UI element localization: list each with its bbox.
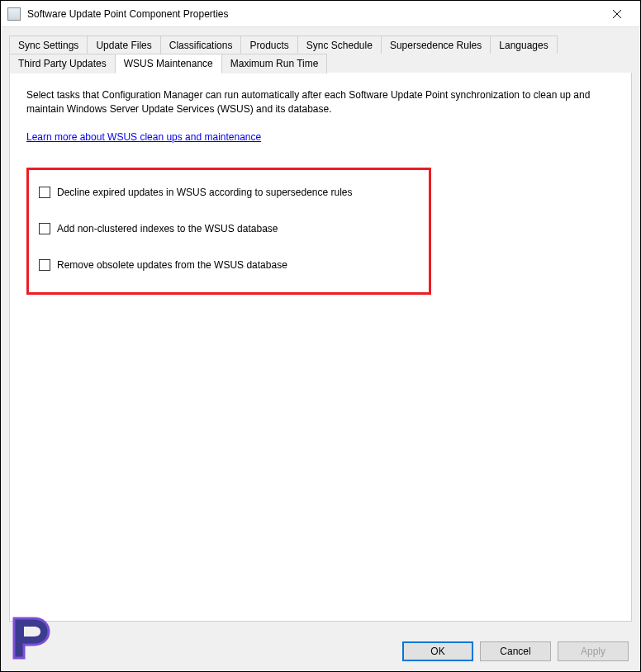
ok-button[interactable]: OK [402,641,473,661]
apply-button: Apply [558,641,629,661]
app-icon [7,7,21,21]
button-bar: OK Cancel Apply [402,641,629,661]
watermark-logo-icon [7,612,60,665]
tab-languages[interactable]: Languages [490,35,557,54]
tab-update-files[interactable]: Update Files [87,35,160,54]
description-text: Select tasks that Configuration Manager … [26,88,615,116]
tab-row-2: Third Party Updates WSUS Maintenance Max… [9,54,632,73]
tab-maximum-run-time[interactable]: Maximum Run Time [221,54,328,73]
checkbox-add-indexes[interactable] [39,223,50,234]
checkbox-row-decline-expired: Decline expired updates in WSUS accordin… [39,187,419,198]
tab-sync-schedule[interactable]: Sync Schedule [297,35,382,54]
window-title: Software Update Point Component Properti… [27,8,601,20]
tab-supersedence-rules[interactable]: Supersedence Rules [381,35,491,54]
highlight-box: Decline expired updates in WSUS accordin… [26,168,431,295]
checkbox-label: Decline expired updates in WSUS accordin… [57,187,353,198]
close-button[interactable] [601,2,634,26]
tab-row-1: Sync Settings Update Files Classificatio… [9,35,632,54]
checkbox-label: Add non-clustered indexes to the WSUS da… [57,223,278,234]
checkbox-decline-expired[interactable] [39,187,50,198]
dialog-body: Sync Settings Update Files Classificatio… [1,27,640,671]
cancel-button[interactable]: Cancel [480,641,551,661]
tab-wsus-maintenance[interactable]: WSUS Maintenance [115,54,222,73]
checkbox-row-remove-obsolete: Remove obsolete updates from the WSUS da… [39,259,419,271]
tab-classifications[interactable]: Classifications [160,35,242,54]
tab-container: Sync Settings Update Files Classificatio… [9,35,632,622]
tab-products[interactable]: Products [240,35,297,54]
titlebar: Software Update Point Component Properti… [1,1,640,27]
checkbox-row-add-indexes: Add non-clustered indexes to the WSUS da… [39,223,419,234]
tab-third-party-updates[interactable]: Third Party Updates [9,54,116,73]
learn-more-link[interactable]: Learn more about WSUS clean ups and main… [26,131,261,143]
checkbox-remove-obsolete[interactable] [39,259,50,271]
tab-content: Select tasks that Configuration Manager … [10,73,631,310]
checkbox-label: Remove obsolete updates from the WSUS da… [57,259,287,271]
tab-sync-settings[interactable]: Sync Settings [9,35,88,54]
close-icon [613,10,621,18]
